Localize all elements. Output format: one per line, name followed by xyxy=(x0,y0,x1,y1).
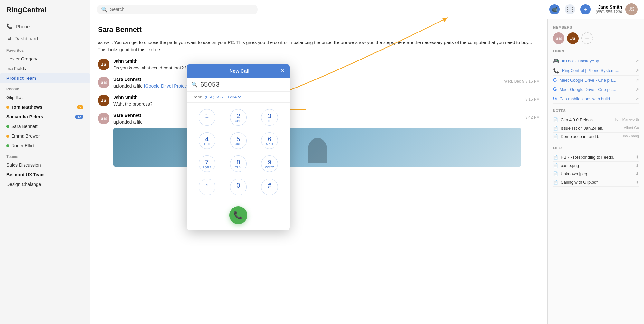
dialpad-key-5[interactable]: 5 JKL xyxy=(223,129,254,152)
user-avatar[interactable]: JS xyxy=(625,3,638,15)
key-number: 5 xyxy=(236,135,240,143)
dialpad-key-1[interactable]: 1 xyxy=(191,106,223,129)
from-number-select[interactable]: (650) 555 – 1234 xyxy=(204,94,242,100)
dialpad-number-input[interactable] xyxy=(200,81,285,88)
key-letters: + xyxy=(237,189,239,192)
sidebar-item-glipbot[interactable]: Glip Bot xyxy=(0,93,90,102)
msg-body: Waht the progress? xyxy=(113,101,521,107)
sidebar-item-label: Samantha Peters xyxy=(6,114,43,119)
files-section-label: FILES xyxy=(553,146,639,150)
dialpad-key-4[interactable]: 4 GHI xyxy=(191,129,223,152)
sidebar-item-phone[interactable]: 📞 Phone xyxy=(0,20,90,32)
sidebar-item-label: Design Chalange xyxy=(6,182,41,187)
msg-body: uploaded a file [Google Drive] Project F… xyxy=(113,83,500,89)
link-item[interactable]: 📞 RingCentral | Phone System,... ↗ xyxy=(553,66,639,76)
file-item[interactable]: 📄 Unknown.jpeg ⬇ xyxy=(553,170,639,178)
file-item[interactable]: 📄 HBR - Responding to Feedb... ⬇ xyxy=(553,153,639,162)
search-input[interactable] xyxy=(110,7,253,12)
avatar: SB xyxy=(98,77,109,88)
grid-icon-button[interactable]: ⋮⋮ xyxy=(565,4,575,14)
file-icon: 📄 xyxy=(553,155,558,160)
note-item[interactable]: 📄 Glip 4.0.0 Releas... Tom Markworth xyxy=(553,116,639,124)
sidebar-item-emma[interactable]: Emma Brewer xyxy=(0,131,90,141)
external-link-icon: ↗ xyxy=(635,68,639,73)
msg-body: uploaded a file xyxy=(113,119,521,125)
key-circle[interactable]: 4 GHI xyxy=(199,132,215,149)
call-button[interactable]: 📞 xyxy=(229,206,247,224)
search-bar[interactable]: 🔍 xyxy=(97,5,258,14)
link-label: RingCentral | Phone System,... xyxy=(562,68,633,73)
key-circle[interactable]: 6 MNO xyxy=(261,132,278,149)
key-number: * xyxy=(206,182,208,189)
members-section-label: MEMBERS xyxy=(553,25,639,29)
sidebar-nav-label: Dashboard xyxy=(14,36,38,41)
sidebar-item-roger[interactable]: Roger Elliott xyxy=(0,141,90,151)
key-circle[interactable]: * xyxy=(199,179,215,195)
download-icon[interactable]: ⬇ xyxy=(635,171,639,176)
file-item[interactable]: 📄 paste.png ⬇ xyxy=(553,162,639,170)
dialpad-key-9[interactable]: 9 WXYZ xyxy=(254,152,285,175)
link-label: Glip mobile icons with build ... xyxy=(559,97,633,101)
dialpad-key-hash[interactable]: # xyxy=(254,175,285,199)
sidebar-item-belmont[interactable]: Belmont UX Team xyxy=(0,170,90,180)
file-item[interactable]: 📄 Calling with Glip.pdf ⬇ xyxy=(553,178,639,187)
key-number: 6 xyxy=(268,135,271,143)
sidebar-item-label: Emma Brewer xyxy=(11,134,40,139)
key-circle[interactable]: 1 xyxy=(199,109,215,126)
link-item[interactable]: G Glip mobile icons with build ... ↗ xyxy=(553,94,639,104)
download-icon[interactable]: ⬇ xyxy=(635,180,639,185)
sidebar-item-product-team[interactable]: Product Team xyxy=(0,73,90,83)
sidebar-item-samantha[interactable]: Samantha Peters 12 xyxy=(0,112,90,122)
sidebar-item-ina[interactable]: Ina Fields xyxy=(0,64,90,73)
dialpad-key-2[interactable]: 2 ABC xyxy=(223,106,254,129)
notes-section-label: NOTES xyxy=(553,109,639,113)
note-item[interactable]: 📄 Demo account and b... Tina Zhang xyxy=(553,133,639,141)
dialpad-key-8[interactable]: 8 TUV xyxy=(223,152,254,175)
google-icon: G xyxy=(553,77,557,83)
link-item[interactable]: G Meet Google Drive - One pla... ↗ xyxy=(553,76,639,85)
link-item[interactable]: G Meet Google Drive - One pla... ↗ xyxy=(553,85,639,94)
key-number: 2 xyxy=(236,112,240,119)
video-icon-button[interactable]: 📹 xyxy=(549,4,560,14)
link-item[interactable]: 🎮 mThor - HockeyApp ↗ xyxy=(553,56,639,66)
message-timestamp: 3:15 PM xyxy=(525,97,540,105)
msg-author: Jahn Smith xyxy=(113,59,540,64)
user-info: Jane Smith (650) 555-1234 JS xyxy=(596,3,638,15)
note-icon: 📄 xyxy=(553,134,558,139)
sidebar-item-sara[interactable]: Sara Bennett xyxy=(0,122,90,131)
key-circle[interactable]: 9 WXYZ xyxy=(261,155,278,172)
download-icon[interactable]: ⬇ xyxy=(635,163,639,168)
add-member-button[interactable]: + xyxy=(581,32,593,44)
sidebar-item-design[interactable]: Design Chalange xyxy=(0,180,90,189)
key-circle[interactable]: # xyxy=(261,179,278,195)
dialpad-key-star[interactable]: * xyxy=(191,175,223,199)
key-circle[interactable]: 0 + xyxy=(230,179,247,195)
avatar: JS xyxy=(98,95,109,106)
link-label: mThor - HockeyApp xyxy=(562,59,633,63)
dialpad-key-6[interactable]: 6 MNO xyxy=(254,129,285,152)
add-icon-button[interactable]: ＋ xyxy=(580,4,591,14)
dialpad-key-3[interactable]: 3 DEF xyxy=(254,106,285,129)
key-letters xyxy=(206,189,207,192)
key-circle[interactable]: 8 TUV xyxy=(230,155,247,172)
teams-label: Teams xyxy=(0,151,90,160)
msg-content: Sara Bennett uploaded a file xyxy=(113,113,521,167)
sidebar-item-sales[interactable]: Sales Discussion xyxy=(0,160,90,170)
sidebar-item-label: Belmont UX Team xyxy=(6,172,45,177)
note-author: Tom Markworth xyxy=(615,117,639,121)
dialpad-key-7[interactable]: 7 PQRS xyxy=(191,152,223,175)
msg-content: Sara Bennett uploaded a file [Google Dri… xyxy=(113,77,500,89)
key-circle[interactable]: 2 ABC xyxy=(230,109,247,126)
uploaded-image xyxy=(113,128,521,167)
key-circle[interactable]: 7 PQRS xyxy=(199,155,215,172)
sidebar-item-tom[interactable]: Tom Matthews 5 xyxy=(0,102,90,112)
note-item[interactable]: 📄 Issue list on Jan.24 an... Albert Gu xyxy=(553,124,639,133)
dialpad-close-button[interactable]: ✕ xyxy=(280,69,285,74)
download-icon[interactable]: ⬇ xyxy=(635,155,639,160)
sidebar-item-hester[interactable]: Hester Gregory xyxy=(0,54,90,64)
sidebar-item-dashboard[interactable]: 🖥 Dashboard xyxy=(0,32,90,44)
key-circle[interactable]: 3 DEF xyxy=(261,109,278,126)
dialpad-key-0[interactable]: 0 + xyxy=(223,175,254,199)
chat-message-row: JS Jahn Smith Do you know what could bea… xyxy=(98,59,540,71)
key-circle[interactable]: 5 JKL xyxy=(230,132,247,149)
